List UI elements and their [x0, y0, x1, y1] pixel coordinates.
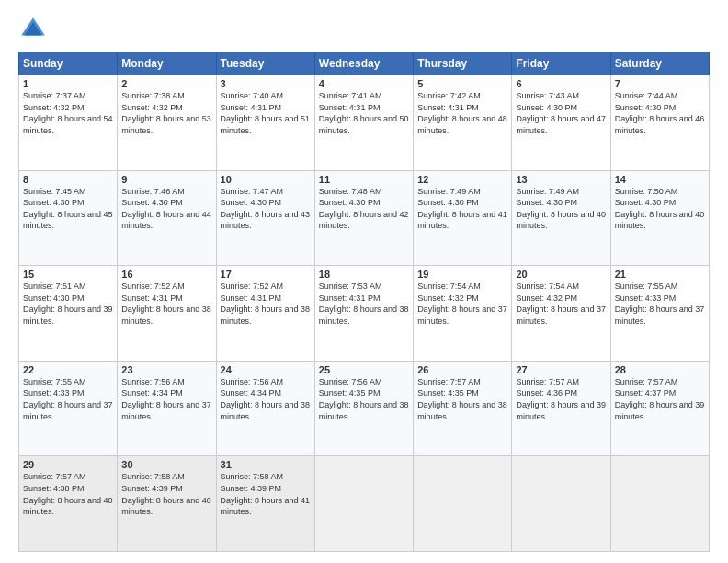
calendar-cell: 4Sunrise: 7:41 AM Sunset: 4:31 PM Daylig…	[314, 75, 413, 171]
day-info: Sunrise: 7:56 AM Sunset: 4:35 PM Dayligh…	[319, 376, 409, 422]
day-info: Sunrise: 7:57 AM Sunset: 4:35 PM Dayligh…	[417, 376, 507, 422]
day-info: Sunrise: 7:46 AM Sunset: 4:30 PM Dayligh…	[121, 186, 211, 232]
day-number: 27	[516, 364, 606, 375]
calendar-cell: 8Sunrise: 7:45 AM Sunset: 4:30 PM Daylig…	[19, 170, 118, 266]
calendar-cell: 2Sunrise: 7:38 AM Sunset: 4:32 PM Daylig…	[118, 75, 216, 171]
calendar-cell: 27Sunrise: 7:57 AM Sunset: 4:36 PM Dayli…	[512, 361, 610, 456]
calendar-header-row: SundayMondayTuesdayWednesdayThursdayFrid…	[19, 52, 710, 75]
day-number: 5	[417, 78, 507, 89]
column-header-wednesday: Wednesday	[314, 52, 413, 75]
calendar-week-row: 22Sunrise: 7:55 AM Sunset: 4:33 PM Dayli…	[19, 361, 710, 456]
column-header-saturday: Saturday	[610, 52, 709, 75]
calendar-cell: 30Sunrise: 7:58 AM Sunset: 4:39 PM Dayli…	[118, 456, 216, 552]
day-info: Sunrise: 7:52 AM Sunset: 4:31 PM Dayligh…	[121, 281, 211, 327]
calendar-cell	[610, 456, 709, 552]
day-number: 14	[615, 174, 705, 185]
day-info: Sunrise: 7:54 AM Sunset: 4:32 PM Dayligh…	[417, 281, 507, 327]
day-info: Sunrise: 7:37 AM Sunset: 4:32 PM Dayligh…	[23, 90, 113, 136]
calendar-cell: 19Sunrise: 7:54 AM Sunset: 4:32 PM Dayli…	[414, 266, 512, 362]
calendar-cell: 6Sunrise: 7:43 AM Sunset: 4:30 PM Daylig…	[512, 75, 610, 171]
calendar-cell: 9Sunrise: 7:46 AM Sunset: 4:30 PM Daylig…	[118, 170, 216, 266]
calendar-cell: 21Sunrise: 7:55 AM Sunset: 4:33 PM Dayli…	[610, 266, 709, 362]
day-info: Sunrise: 7:42 AM Sunset: 4:31 PM Dayligh…	[417, 90, 507, 136]
day-info: Sunrise: 7:53 AM Sunset: 4:31 PM Dayligh…	[319, 281, 409, 327]
day-info: Sunrise: 7:45 AM Sunset: 4:30 PM Dayligh…	[23, 186, 113, 232]
calendar-cell: 12Sunrise: 7:49 AM Sunset: 4:30 PM Dayli…	[414, 170, 512, 266]
calendar-cell: 10Sunrise: 7:47 AM Sunset: 4:30 PM Dayli…	[216, 170, 314, 266]
day-info: Sunrise: 7:54 AM Sunset: 4:32 PM Dayligh…	[516, 281, 606, 327]
day-number: 20	[516, 269, 606, 280]
day-number: 1	[23, 78, 113, 89]
calendar-week-row: 8Sunrise: 7:45 AM Sunset: 4:30 PM Daylig…	[19, 170, 710, 266]
day-number: 23	[121, 364, 211, 375]
calendar-cell: 11Sunrise: 7:48 AM Sunset: 4:30 PM Dayli…	[314, 170, 413, 266]
day-info: Sunrise: 7:44 AM Sunset: 4:30 PM Dayligh…	[615, 90, 705, 136]
calendar-cell: 15Sunrise: 7:51 AM Sunset: 4:30 PM Dayli…	[19, 266, 118, 362]
day-number: 12	[417, 174, 507, 185]
day-number: 8	[23, 174, 113, 185]
calendar-cell: 13Sunrise: 7:49 AM Sunset: 4:30 PM Dayli…	[512, 170, 610, 266]
day-info: Sunrise: 7:51 AM Sunset: 4:30 PM Dayligh…	[23, 281, 113, 327]
day-info: Sunrise: 7:56 AM Sunset: 4:34 PM Dayligh…	[221, 376, 311, 422]
column-header-tuesday: Tuesday	[216, 52, 314, 75]
calendar-cell	[314, 456, 413, 552]
day-info: Sunrise: 7:43 AM Sunset: 4:30 PM Dayligh…	[516, 90, 606, 136]
calendar-cell: 5Sunrise: 7:42 AM Sunset: 4:31 PM Daylig…	[414, 75, 512, 171]
day-number: 24	[221, 364, 311, 375]
page: SundayMondayTuesdayWednesdayThursdayFrid…	[0, 0, 728, 563]
calendar-cell: 14Sunrise: 7:50 AM Sunset: 4:30 PM Dayli…	[610, 170, 709, 266]
day-info: Sunrise: 7:57 AM Sunset: 4:37 PM Dayligh…	[615, 376, 705, 422]
calendar-cell: 23Sunrise: 7:56 AM Sunset: 4:34 PM Dayli…	[118, 361, 216, 456]
day-number: 18	[319, 269, 409, 280]
day-number: 13	[516, 174, 606, 185]
day-info: Sunrise: 7:40 AM Sunset: 4:31 PM Dayligh…	[221, 90, 311, 136]
day-number: 31	[221, 459, 311, 470]
day-info: Sunrise: 7:55 AM Sunset: 4:33 PM Dayligh…	[23, 376, 113, 422]
calendar-cell: 31Sunrise: 7:58 AM Sunset: 4:39 PM Dayli…	[216, 456, 314, 552]
day-info: Sunrise: 7:38 AM Sunset: 4:32 PM Dayligh…	[121, 90, 211, 136]
day-number: 7	[615, 78, 705, 89]
calendar-cell: 3Sunrise: 7:40 AM Sunset: 4:31 PM Daylig…	[216, 75, 314, 171]
day-info: Sunrise: 7:58 AM Sunset: 4:39 PM Dayligh…	[221, 471, 311, 517]
column-header-friday: Friday	[512, 52, 610, 75]
day-info: Sunrise: 7:58 AM Sunset: 4:39 PM Dayligh…	[121, 471, 211, 517]
day-info: Sunrise: 7:49 AM Sunset: 4:30 PM Dayligh…	[516, 186, 606, 232]
day-number: 4	[319, 78, 409, 89]
calendar-cell: 25Sunrise: 7:56 AM Sunset: 4:35 PM Dayli…	[314, 361, 413, 456]
day-number: 17	[221, 269, 311, 280]
column-header-thursday: Thursday	[414, 52, 512, 75]
day-number: 15	[23, 269, 113, 280]
calendar-week-row: 1Sunrise: 7:37 AM Sunset: 4:32 PM Daylig…	[19, 75, 710, 171]
calendar-cell: 26Sunrise: 7:57 AM Sunset: 4:35 PM Dayli…	[414, 361, 512, 456]
column-header-sunday: Sunday	[19, 52, 118, 75]
day-info: Sunrise: 7:57 AM Sunset: 4:38 PM Dayligh…	[23, 471, 113, 517]
calendar-cell: 17Sunrise: 7:52 AM Sunset: 4:31 PM Dayli…	[216, 266, 314, 362]
logo-icon	[18, 15, 48, 44]
calendar-cell: 24Sunrise: 7:56 AM Sunset: 4:34 PM Dayli…	[216, 361, 314, 456]
header	[18, 15, 710, 44]
calendar-cell: 28Sunrise: 7:57 AM Sunset: 4:37 PM Dayli…	[610, 361, 709, 456]
day-info: Sunrise: 7:49 AM Sunset: 4:30 PM Dayligh…	[417, 186, 507, 232]
day-info: Sunrise: 7:52 AM Sunset: 4:31 PM Dayligh…	[221, 281, 311, 327]
day-number: 25	[319, 364, 409, 375]
day-number: 30	[121, 459, 211, 470]
day-info: Sunrise: 7:41 AM Sunset: 4:31 PM Dayligh…	[319, 90, 409, 136]
day-number: 6	[516, 78, 606, 89]
calendar-table: SundayMondayTuesdayWednesdayThursdayFrid…	[18, 52, 710, 552]
calendar-cell: 7Sunrise: 7:44 AM Sunset: 4:30 PM Daylig…	[610, 75, 709, 171]
day-number: 28	[615, 364, 705, 375]
day-number: 26	[417, 364, 507, 375]
day-info: Sunrise: 7:56 AM Sunset: 4:34 PM Dayligh…	[121, 376, 211, 422]
calendar-cell: 20Sunrise: 7:54 AM Sunset: 4:32 PM Dayli…	[512, 266, 610, 362]
calendar-cell: 22Sunrise: 7:55 AM Sunset: 4:33 PM Dayli…	[19, 361, 118, 456]
calendar-cell	[414, 456, 512, 552]
logo	[18, 15, 51, 44]
calendar-cell	[512, 456, 610, 552]
day-number: 11	[319, 174, 409, 185]
day-number: 2	[121, 78, 211, 89]
day-number: 21	[615, 269, 705, 280]
day-number: 10	[221, 174, 311, 185]
day-number: 3	[221, 78, 311, 89]
day-info: Sunrise: 7:47 AM Sunset: 4:30 PM Dayligh…	[221, 186, 311, 232]
day-number: 19	[417, 269, 507, 280]
